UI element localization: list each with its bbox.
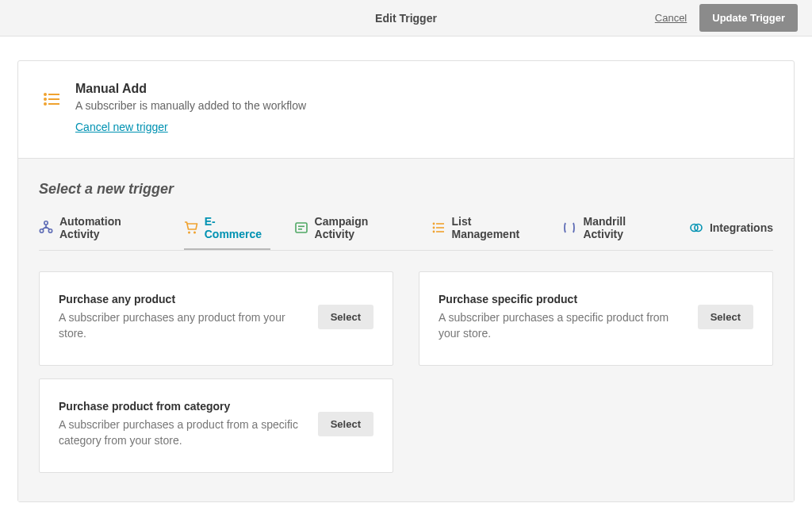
svg-rect-1 [48, 94, 59, 95]
card-description: A subscriber purchases any product from … [59, 310, 305, 341]
tab-automation-activity[interactable]: Automation Activity [39, 215, 160, 250]
tab-campaign-activity[interactable]: Campaign Activity [294, 215, 408, 250]
update-trigger-button[interactable]: Update Trigger [699, 4, 798, 32]
select-button[interactable]: Select [318, 305, 373, 329]
panel: Manual Add A subscriber is manually adde… [17, 60, 795, 502]
card-purchase-any-product: Purchase any product A subscriber purcha… [39, 271, 393, 366]
svg-rect-13 [298, 229, 302, 230]
list-icon [42, 90, 61, 109]
trigger-details: Manual Add A subscriber is manually adde… [75, 82, 306, 134]
cart-icon [184, 221, 198, 235]
tab-list-management[interactable]: List Management [431, 215, 539, 250]
svg-rect-11 [296, 223, 307, 232]
svg-rect-5 [48, 103, 59, 105]
tab-mandrill-activity[interactable]: Mandrill Activity [562, 215, 665, 250]
card-title: Purchase any product [59, 293, 305, 305]
svg-rect-3 [48, 98, 59, 100]
cancel-link[interactable]: Cancel [655, 12, 687, 24]
svg-point-10 [193, 232, 196, 234]
automation-icon [39, 221, 53, 235]
tab-label: Automation Activity [59, 215, 160, 240]
page-title: Edit Trigger [375, 12, 437, 25]
svg-rect-12 [298, 226, 304, 228]
svg-point-16 [432, 227, 435, 229]
card-title: Purchase specific product [439, 293, 685, 305]
select-button[interactable]: Select [318, 412, 373, 436]
card-body: Purchase product from category A subscri… [59, 400, 305, 448]
tab-label: List Management [452, 215, 539, 240]
tab-integrations[interactable]: Integrations [689, 215, 773, 250]
select-button[interactable]: Select [698, 305, 753, 329]
current-trigger-title: Manual Add [75, 82, 306, 96]
select-heading: Select a new trigger [39, 181, 773, 198]
svg-point-14 [432, 223, 435, 225]
svg-point-4 [44, 102, 47, 106]
trigger-cards: Purchase any product A subscriber purcha… [39, 271, 773, 473]
cancel-new-trigger-link[interactable]: Cancel new trigger [75, 121, 168, 133]
svg-point-6 [44, 221, 48, 225]
svg-point-9 [188, 232, 190, 234]
integrations-icon [689, 221, 703, 235]
card-description: A subscriber purchases a product from a … [59, 417, 305, 448]
tab-label: Integrations [710, 221, 773, 234]
list-management-icon [431, 221, 446, 235]
mandrill-icon [562, 221, 576, 235]
main-container: Manual Add A subscriber is manually adde… [0, 36, 812, 507]
svg-point-18 [432, 231, 435, 233]
card-purchase-product-from-category: Purchase product from category A subscri… [39, 378, 393, 473]
svg-point-0 [44, 93, 47, 96]
campaign-icon [294, 221, 308, 235]
tab-e-commerce[interactable]: E-Commerce [184, 215, 270, 250]
svg-rect-17 [436, 227, 444, 229]
card-body: Purchase any product A subscriber purcha… [59, 293, 305, 341]
current-trigger: Manual Add A subscriber is manually adde… [18, 61, 794, 159]
header-actions: Cancel Update Trigger [655, 4, 812, 32]
current-trigger-description: A subscriber is manually added to the wo… [75, 99, 306, 112]
tabs: Automation Activity E-Commerce [39, 215, 773, 251]
tab-label: Mandrill Activity [583, 215, 665, 240]
svg-rect-15 [436, 223, 444, 225]
svg-rect-19 [436, 231, 444, 232]
select-trigger-section: Select a new trigger Automation Activity [18, 159, 794, 501]
card-title: Purchase product from category [59, 400, 305, 413]
card-purchase-specific-product: Purchase specific product A subscriber p… [419, 271, 773, 366]
tab-label: Campaign Activity [315, 215, 408, 240]
page-header: Edit Trigger Cancel Update Trigger [0, 0, 812, 36]
card-description: A subscriber purchases a specific produc… [439, 310, 685, 341]
card-body: Purchase specific product A subscriber p… [439, 293, 685, 341]
tab-label: E-Commerce [205, 215, 270, 240]
svg-point-2 [44, 98, 47, 101]
